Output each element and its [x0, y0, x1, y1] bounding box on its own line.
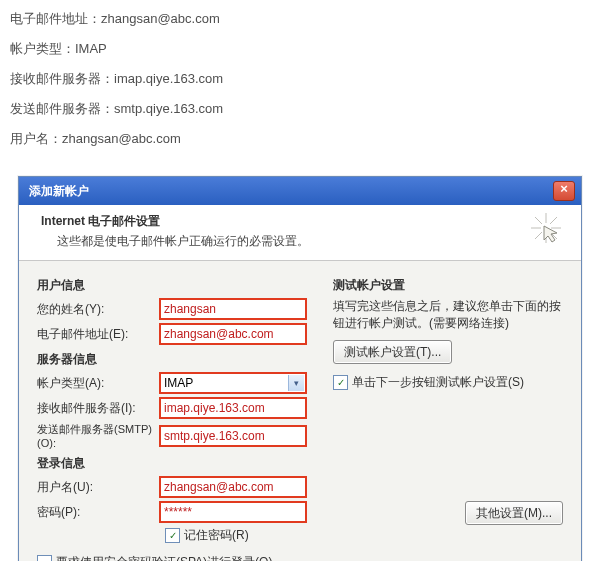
- email-address-input[interactable]: zhangsan@abc.com: [159, 323, 307, 345]
- spa-label: 要求使用安全密码验证(SPA)进行登录(Q): [56, 554, 272, 561]
- svg-line-7: [535, 232, 542, 239]
- cursor-star-icon: [529, 211, 563, 245]
- svg-line-6: [550, 217, 557, 224]
- account-type-label: 帐户类型(A):: [37, 375, 159, 392]
- your-name-input[interactable]: zhangsan: [159, 298, 307, 320]
- your-name-label: 您的姓名(Y):: [37, 301, 159, 318]
- more-settings-button[interactable]: 其他设置(M)...: [465, 501, 563, 525]
- summary-text-block: 电子邮件地址：zhangsan@abc.com 帐户类型：IMAP 接收邮件服务…: [0, 0, 600, 166]
- username-input[interactable]: zhangsan@abc.com: [159, 476, 307, 498]
- summary-type-label: 帐户类型：: [10, 41, 75, 56]
- summary-email-value: zhangsan@abc.com: [101, 11, 220, 26]
- summary-type-value: IMAP: [75, 41, 107, 56]
- summary-outgoing-label: 发送邮件服务器：: [10, 101, 114, 116]
- dialog-title: 添加新帐户: [29, 183, 89, 200]
- email-address-label: 电子邮件地址(E):: [37, 326, 159, 343]
- spa-checkbox[interactable]: [37, 555, 52, 561]
- summary-outgoing-value: smtp.qiye.163.com: [114, 101, 223, 116]
- outgoing-server-label: 发送邮件服务器(SMTP)(O):: [37, 422, 159, 449]
- account-type-value: IMAP: [164, 376, 193, 390]
- account-type-select[interactable]: IMAP ▾: [159, 372, 307, 394]
- svg-line-4: [535, 217, 542, 224]
- section-user-info: 用户信息: [37, 277, 317, 294]
- test-hint-text: 填写完这些信息之后，建议您单击下面的按钮进行帐户测试。(需要网络连接): [333, 298, 563, 332]
- remember-password-checkbox[interactable]: ✓: [165, 528, 180, 543]
- summary-username-value: zhangsan@abc.com: [62, 131, 181, 146]
- outgoing-server-input[interactable]: smtp.qiye.163.com: [159, 425, 307, 447]
- add-account-dialog: 添加新帐户 × Internet 电子邮件设置 这些都是使电子邮件帐户正确运行的…: [18, 176, 582, 561]
- test-on-next-label: 单击下一步按钮测试帐户设置(S): [352, 374, 524, 391]
- right-column: 测试帐户设置 填写完这些信息之后，建议您单击下面的按钮进行帐户测试。(需要网络连…: [333, 271, 563, 561]
- header-title: Internet 电子邮件设置: [41, 213, 567, 230]
- incoming-server-input[interactable]: imap.qiye.163.com: [159, 397, 307, 419]
- username-label: 用户名(U):: [37, 479, 159, 496]
- summary-incoming-label: 接收邮件服务器：: [10, 71, 114, 86]
- section-test-settings: 测试帐户设置: [333, 277, 563, 294]
- header-panel: Internet 电子邮件设置 这些都是使电子邮件帐户正确运行的必需设置。: [19, 205, 581, 261]
- body-panel: 用户信息 您的姓名(Y): zhangsan 电子邮件地址(E): zhangs…: [19, 261, 581, 561]
- left-column: 用户信息 您的姓名(Y): zhangsan 电子邮件地址(E): zhangs…: [37, 271, 317, 561]
- summary-incoming-value: imap.qiye.163.com: [114, 71, 223, 86]
- incoming-server-label: 接收邮件服务器(I):: [37, 400, 159, 417]
- header-subtitle: 这些都是使电子邮件帐户正确运行的必需设置。: [57, 233, 567, 250]
- titlebar: 添加新帐户 ×: [19, 177, 581, 205]
- section-login-info: 登录信息: [37, 455, 317, 472]
- test-on-next-checkbox[interactable]: ✓: [333, 375, 348, 390]
- remember-password-label: 记住密码(R): [184, 527, 249, 544]
- section-server-info: 服务器信息: [37, 351, 317, 368]
- password-label: 密码(P):: [37, 504, 159, 521]
- test-account-button[interactable]: 测试帐户设置(T)...: [333, 340, 452, 364]
- chevron-down-icon: ▾: [288, 375, 304, 391]
- close-button[interactable]: ×: [553, 181, 575, 201]
- summary-username-label: 用户名：: [10, 131, 62, 146]
- summary-email-label: 电子邮件地址：: [10, 11, 101, 26]
- password-input[interactable]: ******: [159, 501, 307, 523]
